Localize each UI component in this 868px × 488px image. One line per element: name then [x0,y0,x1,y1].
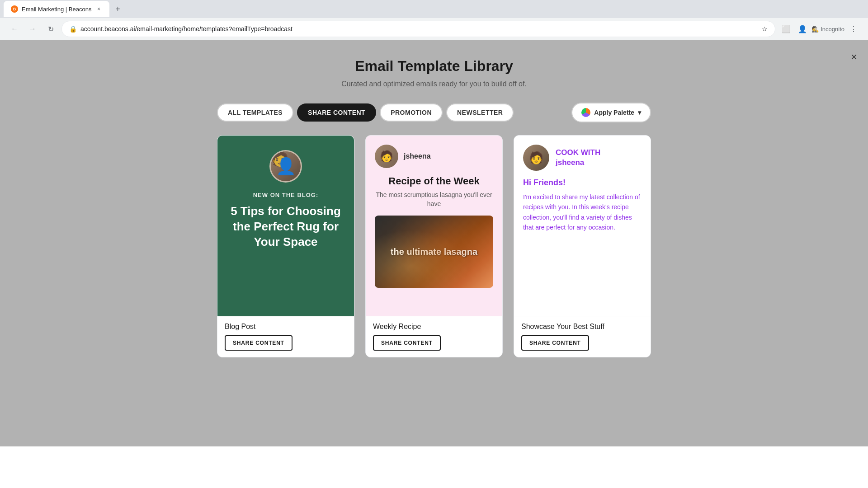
tab-share-content[interactable]: SHARE CONTENT [297,103,376,122]
avatar-recipe: 🧑 [375,145,398,168]
card-type-blog: Blog Post [225,323,347,331]
showcase-body: I'm excited to share my latest collectio… [523,192,642,233]
page-subtitle: Curated and optimized emails ready for y… [217,80,651,88]
recipe-title: Recipe of the Week [375,175,493,187]
cast-button[interactable]: ⬜ [779,22,793,36]
palette-icon [581,108,590,117]
filter-tabs: ALL TEMPLATES SHARE CONTENT PROMOTION NE… [217,103,514,122]
back-button[interactable]: ← [7,22,22,36]
incognito-label: Incognito [821,26,844,33]
template-card-recipe: 🧑 jsheena Recipe of the Week The most sc… [365,135,503,357]
url-display: account.beacons.ai/email-marketing/home/… [80,25,758,33]
filter-row: ALL TEMPLATES SHARE CONTENT PROMOTION NE… [217,103,651,122]
recipe-username: jsheena [404,152,431,160]
share-content-button-recipe[interactable]: SHARE CONTENT [373,335,441,351]
tab-title: Email Marketing | Beacons [22,6,91,13]
template-card-showcase: 🧑 COOK WITH jsheena Hi Friends! I'm exci… [514,135,651,357]
blog-headline: 5 Tips for Choosing the Perfect Rug for … [228,204,343,249]
tab-promotion[interactable]: PROMOTION [380,103,443,122]
modal-close-button[interactable]: × [851,51,857,63]
tab-favicon: B [11,5,18,13]
card-type-showcase: Showcase Your Best Stuff [521,323,643,331]
avatar-showcase: 🧑 [523,145,549,171]
avatar-image-blog: 🧑 [271,150,301,183]
card-footer-showcase: Showcase Your Best Stuff SHARE CONTENT [514,316,651,357]
apply-palette-button[interactable]: Apply Palette ▾ [571,103,651,122]
incognito-icon: 🕵️ [811,26,819,33]
card-type-recipe: Weekly Recipe [373,323,495,331]
cook-title: COOK WITH jsheena [556,148,600,168]
refresh-button[interactable]: ↻ [43,22,58,36]
tab-bar: B Email Marketing | Beacons × + [0,0,868,18]
recipe-header-row: 🧑 jsheena [375,145,493,168]
page-overlay: × Email Template Library Curated and opt… [0,40,868,446]
cook-title-line2: jsheena [556,158,584,167]
share-content-button-blog[interactable]: SHARE CONTENT [225,335,292,351]
incognito-indicator: 🕵️ Incognito [811,26,844,33]
card-footer-recipe: Weekly Recipe SHARE CONTENT [366,316,502,357]
address-icon: 🔒 [69,25,77,33]
tab-newsletter[interactable]: NEWSLETTER [446,103,514,122]
nav-actions: ⬜ 👤 🕵️ Incognito ⋮ [779,22,861,36]
forward-button[interactable]: → [25,22,40,36]
cook-title-line1: COOK WITH [556,148,600,157]
apply-palette-label: Apply Palette [594,109,634,116]
nav-bar: ← → ↻ 🔒 account.beacons.ai/email-marketi… [0,18,868,40]
address-bar[interactable]: 🔒 account.beacons.ai/email-marketing/hom… [61,21,775,37]
blog-label: NEW ON THE BLOG: [253,192,319,198]
profile-button[interactable]: 👤 [795,22,810,36]
card-preview-showcase: 🧑 COOK WITH jsheena Hi Friends! I'm exci… [514,136,651,316]
new-tab-button[interactable]: + [111,3,124,15]
active-tab[interactable]: B Email Marketing | Beacons × [4,1,109,17]
recipe-image: the ultimate lasagna [375,216,493,288]
showcase-body-paragraph: I'm excited to share my latest collectio… [523,192,642,233]
person-silhouette: 🧑 [271,150,289,167]
modal-content: Email Template Library Curated and optim… [208,40,660,375]
template-cards-grid: 🧑 NEW ON THE BLOG: 5 Tips for Choosing t… [217,135,651,357]
bookmark-icon[interactable]: ☆ [762,25,768,33]
menu-button[interactable]: ⋮ [846,22,861,36]
showcase-greeting: Hi Friends! [523,178,642,188]
template-card-blog-post: 🧑 NEW ON THE BLOG: 5 Tips for Choosing t… [217,135,354,357]
recipe-image-text: the ultimate lasagna [391,246,477,258]
tab-all-templates[interactable]: ALL TEMPLATES [217,103,293,122]
recipe-subtitle: The most scrumptious lasagna you'll ever… [375,191,493,208]
palette-dropdown-icon: ▾ [638,109,641,116]
browser-window: B Email Marketing | Beacons × + ← → ↻ 🔒 … [0,0,868,40]
card-preview-blog: 🧑 NEW ON THE BLOG: 5 Tips for Choosing t… [217,136,354,316]
card-preview-recipe: 🧑 jsheena Recipe of the Week The most sc… [366,136,502,316]
tab-close-button[interactable]: × [95,5,102,13]
share-content-button-showcase[interactable]: SHARE CONTENT [521,335,589,351]
page-title: Email Template Library [217,58,651,75]
card-footer-blog: Blog Post SHARE CONTENT [217,316,354,357]
cook-header: 🧑 COOK WITH jsheena [523,145,642,171]
avatar-blog: 🧑 [269,150,302,183]
